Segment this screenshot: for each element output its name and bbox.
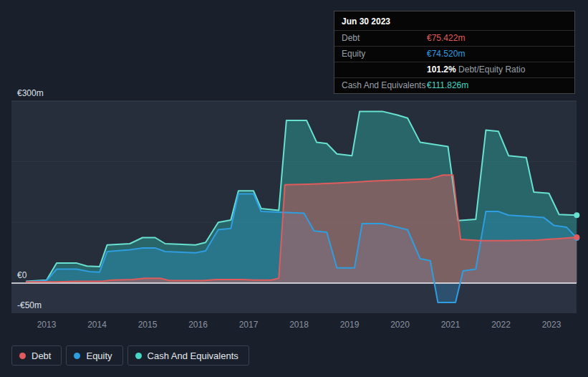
tooltip-debt-label: Debt — [342, 33, 427, 43]
tooltip-cash-value: €111.826m — [427, 80, 468, 90]
legend-item-debt[interactable]: Debt — [11, 345, 62, 366]
legend: Debt Equity Cash And Equivalents — [11, 345, 249, 366]
x-tick-2015: 2015 — [138, 320, 158, 330]
x-tick-2020: 2020 — [390, 320, 410, 330]
tooltip-debt-row: Debt €75.422m — [334, 30, 574, 46]
tooltip-date: Jun 30 2023 — [334, 11, 574, 30]
x-tick-2019: 2019 — [340, 320, 360, 330]
y-axis-label-300: €300m — [17, 88, 44, 98]
legend-item-cash[interactable]: Cash And Equivalents — [127, 345, 249, 366]
plot-area-negative — [11, 283, 577, 313]
tooltip-equity-value: €74.520m — [427, 49, 465, 59]
x-tick-2014: 2014 — [87, 320, 107, 330]
cash-legend-label: Cash And Equivalents — [148, 350, 238, 361]
debt-legend-dot — [19, 353, 26, 359]
debt-equity-history-page: 2013201420152016201720182019202020212022… — [0, 0, 588, 377]
equity-legend-dot — [74, 353, 80, 359]
legend-item-equity[interactable]: Equity — [66, 345, 122, 366]
debt-end-marker — [574, 234, 579, 240]
y-axis-label--50: -€50m — [17, 300, 42, 310]
tooltip-debt-value: €75.422m — [427, 33, 465, 43]
x-tick-2018: 2018 — [289, 320, 309, 330]
tooltip-equity-row: Equity €74.520m — [334, 46, 574, 62]
date-tooltip: Jun 30 2023 Debt €75.422m Equity €74.520… — [334, 11, 575, 94]
cash-legend-dot — [135, 353, 142, 359]
tooltip-cash-label: Cash And Equivalents — [342, 80, 427, 90]
x-tick-2013: 2013 — [37, 320, 57, 330]
debt-equity-ratio-value: 101.2% — [427, 65, 456, 75]
equity-legend-label: Equity — [86, 350, 112, 361]
x-tick-2023: 2023 — [542, 320, 562, 330]
debt-legend-label: Debt — [32, 350, 51, 361]
tooltip-equity-label: Equity — [342, 49, 427, 59]
debt-equity-ratio-label: Debt/Equity Ratio — [458, 65, 525, 75]
x-tick-2016: 2016 — [188, 320, 208, 330]
y-axis-label-0: €0 — [17, 270, 27, 280]
x-tick-2022: 2022 — [491, 320, 511, 330]
tooltip-cash-row: Cash And Equivalents €111.826m — [334, 77, 574, 93]
tooltip-ratio-row: 101.2% Debt/Equity Ratio — [334, 62, 574, 77]
x-tick-2021: 2021 — [441, 320, 461, 330]
cash-end-marker — [574, 212, 579, 218]
x-tick-2017: 2017 — [239, 320, 259, 330]
